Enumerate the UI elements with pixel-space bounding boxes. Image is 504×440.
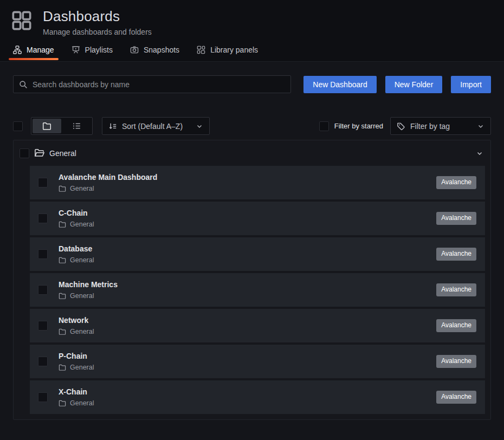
dashboard-folder-label: General: [70, 221, 94, 228]
chevron-down-icon: [196, 122, 203, 130]
folder-icon: [59, 364, 66, 371]
sitemap-icon: [13, 46, 22, 54]
tab-label: Snapshots: [144, 46, 179, 54]
dashboard-row[interactable]: Network General Avalanche: [30, 309, 485, 342]
content: New Dashboard New Folder Import: [0, 62, 504, 420]
dashboard-folder-label: General: [70, 256, 94, 264]
dashboard-title: Database: [59, 244, 94, 253]
dashboard-row[interactable]: Avalanche Main Dashboard General Avalanc…: [30, 166, 485, 199]
filter-tag-select[interactable]: Filter by tag: [390, 117, 491, 135]
tag-icon: [397, 122, 405, 131]
import-button[interactable]: Import: [451, 76, 491, 93]
row-checkbox[interactable]: [38, 213, 48, 223]
camera-icon: [130, 46, 139, 54]
dashboard-title: Network: [59, 316, 94, 325]
tag-badge[interactable]: Avalanche: [436, 319, 476, 332]
row-checkbox[interactable]: [38, 249, 48, 259]
row-text: Database General: [59, 244, 94, 264]
dashboard-row[interactable]: Machine Metrics General Avalanche: [30, 273, 485, 307]
tab-label: Playlists: [85, 46, 113, 54]
tag-badge[interactable]: Avalanche: [436, 391, 476, 404]
folder-checkbox[interactable]: [20, 148, 29, 158]
controls-row: Sort (Default A–Z) Filter by starred Fil…: [13, 117, 491, 135]
dashboard-list: Avalanche Main Dashboard General Avalanc…: [14, 166, 490, 419]
dashboard-folder: General: [59, 364, 94, 371]
chevron-down-icon: [477, 122, 484, 130]
folder-view-toggle[interactable]: [33, 119, 61, 133]
row-checkbox[interactable]: [38, 321, 48, 331]
tab-snapshots[interactable]: Snapshots: [125, 41, 185, 61]
dashboard-row[interactable]: X-Chain General Avalanche: [30, 380, 485, 414]
row-text: Avalanche Main Dashboard General: [59, 173, 157, 192]
folder-icon: [59, 221, 66, 228]
dashboard-folder: General: [59, 221, 94, 228]
view-toggle-group: [31, 117, 93, 135]
dashboard-folder-label: General: [70, 328, 94, 335]
folder-icon: [59, 256, 66, 264]
filter-tag-value: Filter by tag: [410, 122, 450, 131]
folder-icon: [59, 185, 66, 192]
row-text: C-Chain General: [59, 209, 94, 228]
dashboard-folder: General: [59, 399, 94, 407]
tab-label: Manage: [27, 46, 54, 54]
row-text: X-Chain General: [59, 387, 94, 407]
filter-starred-label: Filter by starred: [334, 122, 383, 130]
dashboard-folder-label: General: [70, 185, 94, 192]
library-panel-icon: [197, 46, 205, 54]
list-icon: [72, 121, 81, 131]
folder-name: General: [49, 149, 76, 158]
folder-icon: [42, 121, 51, 131]
dashboard-folder: General: [59, 256, 94, 264]
apps-icon: [11, 10, 33, 31]
tag-badge[interactable]: Avalanche: [436, 176, 476, 189]
dashboard-folder-label: General: [70, 364, 94, 371]
dashboard-title: X-Chain: [59, 387, 94, 396]
select-all-checkbox[interactable]: [13, 121, 23, 131]
dashboard-row[interactable]: C-Chain General Avalanche: [30, 202, 485, 235]
search-input[interactable]: [33, 80, 285, 89]
new-folder-button[interactable]: New Folder: [385, 76, 443, 93]
search-box: [13, 75, 291, 93]
dashboard-row[interactable]: P-Chain General Avalanche: [30, 345, 485, 378]
page-subtitle: Manage dashboards and folders: [43, 28, 152, 36]
search-row: New Dashboard New Folder Import: [13, 75, 491, 93]
tag-badge[interactable]: Avalanche: [436, 212, 476, 225]
tab-label: Library panels: [210, 46, 258, 54]
page-header-top: Dashboards Manage dashboards and folders: [0, 0, 504, 41]
sort-select[interactable]: Sort (Default A–Z): [102, 117, 210, 135]
dashboard-row[interactable]: Database General Avalanche: [30, 237, 485, 271]
dashboard-folder-label: General: [70, 399, 94, 407]
folder-icon: [59, 292, 66, 300]
row-text: Machine Metrics General: [59, 280, 118, 300]
row-checkbox[interactable]: [38, 178, 48, 187]
filter-starred-checkbox[interactable]: [319, 121, 329, 131]
row-text: P-Chain General: [59, 352, 94, 371]
dashboard-folder: General: [59, 292, 118, 300]
page-title: Dashboards: [43, 8, 152, 25]
folder-header[interactable]: General: [14, 140, 490, 166]
tab-manage[interactable]: Manage: [8, 41, 60, 61]
row-checkbox[interactable]: [38, 357, 48, 366]
list-view-toggle[interactable]: [62, 119, 91, 133]
tag-badge[interactable]: Avalanche: [436, 283, 476, 296]
tag-badge[interactable]: Avalanche: [436, 248, 476, 261]
dashboard-folder: General: [59, 185, 157, 192]
folder-icon: [59, 399, 66, 407]
folder-section: General Avalanche Main Dashboard General…: [13, 140, 491, 420]
page-header: Dashboards Manage dashboards and folders…: [0, 0, 504, 62]
dashboard-title: C-Chain: [59, 209, 94, 217]
sort-select-value: Sort (Default A–Z): [122, 122, 183, 131]
tab-playlists[interactable]: Playlists: [66, 41, 118, 61]
sort-icon: [108, 122, 117, 131]
row-checkbox[interactable]: [38, 392, 48, 402]
row-checkbox[interactable]: [38, 285, 48, 295]
chevron-down-icon[interactable]: [476, 150, 483, 157]
tab-library-panels[interactable]: Library panels: [191, 41, 263, 61]
row-text: Network General: [59, 316, 94, 335]
presentation-play-icon: [72, 46, 80, 54]
dashboard-folder: General: [59, 328, 94, 335]
folder-icon: [59, 328, 66, 335]
new-dashboard-button[interactable]: New Dashboard: [303, 76, 376, 93]
tab-bar: Manage Playlists Snapshots: [0, 41, 504, 62]
tag-badge[interactable]: Avalanche: [436, 355, 476, 368]
